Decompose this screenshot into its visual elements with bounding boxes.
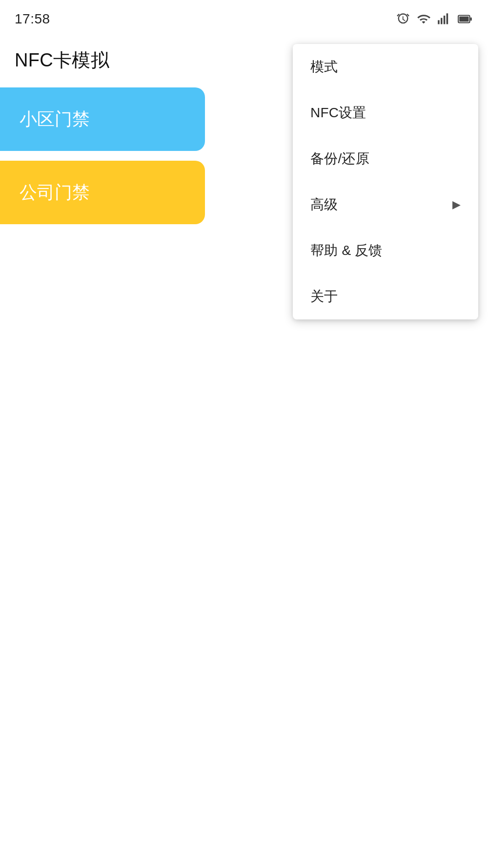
menu-item-help-feedback-label: 帮助 & 反馈: [310, 241, 383, 260]
card-yellow[interactable]: 公司门禁: [0, 161, 205, 224]
card-blue-label: 小区门禁: [20, 107, 90, 131]
svg-rect-5: [470, 18, 472, 21]
battery-icon: [458, 12, 473, 26]
menu-item-mode[interactable]: 模式: [293, 44, 478, 90]
menu-item-help-feedback[interactable]: 帮助 & 反馈: [293, 228, 478, 274]
svg-rect-6: [459, 17, 468, 22]
card-yellow-label: 公司门禁: [20, 181, 90, 205]
menu-item-advanced-label: 高级: [310, 195, 338, 214]
chevron-right-icon: ▶: [452, 198, 461, 211]
svg-rect-2: [444, 16, 446, 24]
menu-item-about-label: 关于: [310, 287, 338, 306]
svg-rect-3: [447, 13, 448, 24]
menu-item-backup-restore-label: 备份/还原: [310, 149, 369, 168]
svg-rect-0: [438, 20, 440, 24]
menu-item-about[interactable]: 关于: [293, 274, 478, 319]
dropdown-menu: 模式 NFC设置 备份/还原 高级 ▶ 帮助 & 反馈 关于: [293, 44, 478, 319]
menu-item-mode-label: 模式: [310, 58, 338, 76]
menu-item-nfc-settings[interactable]: NFC设置: [293, 90, 478, 136]
signal-icon: [437, 12, 451, 26]
menu-item-advanced[interactable]: 高级 ▶: [293, 182, 478, 228]
wifi-icon: [417, 12, 430, 26]
card-blue[interactable]: 小区门禁: [0, 87, 205, 151]
status-bar: 17:58: [0, 0, 488, 34]
status-time: 17:58: [15, 11, 50, 27]
svg-rect-1: [441, 18, 443, 24]
menu-item-nfc-settings-label: NFC设置: [310, 104, 366, 122]
menu-item-backup-restore[interactable]: 备份/还原: [293, 136, 478, 182]
alarm-icon: [396, 12, 410, 26]
status-icons: [396, 12, 473, 26]
